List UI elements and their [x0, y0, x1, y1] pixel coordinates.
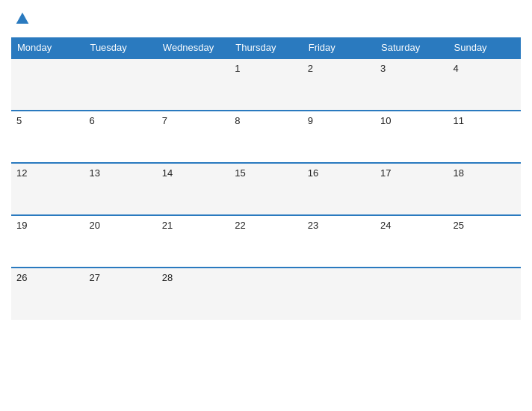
calendar-cell: 20 — [84, 215, 156, 268]
calendar-container: MondayTuesdayWednesdayThursdayFridaySatu… — [0, 0, 532, 411]
day-number: 10 — [380, 115, 391, 126]
week-row-5: 262728 — [11, 268, 521, 320]
calendar-cell: 15 — [229, 163, 302, 215]
calendar-cell: 14 — [157, 163, 229, 215]
calendar-cell: 12 — [11, 163, 84, 215]
day-number: 3 — [380, 63, 386, 74]
logo — [15, 11, 33, 26]
calendar-cell: 24 — [375, 215, 448, 268]
calendar-cell — [84, 58, 156, 111]
day-number: 13 — [89, 167, 99, 179]
calendar-cell: 16 — [303, 163, 375, 215]
calendar-cell: 7 — [157, 111, 229, 163]
weekday-header-thursday: Thursday — [229, 37, 302, 58]
day-number: 28 — [162, 272, 173, 283]
calendar-cell — [229, 268, 302, 320]
day-number: 22 — [235, 220, 245, 231]
day-number: 18 — [454, 167, 464, 179]
day-number: 6 — [89, 115, 94, 126]
calendar-cell: 18 — [448, 163, 521, 215]
calendar-cell — [448, 268, 521, 320]
day-number: 17 — [380, 167, 391, 179]
day-number: 11 — [454, 115, 464, 126]
day-number: 19 — [16, 220, 27, 231]
day-number: 23 — [308, 220, 318, 231]
weekday-header-tuesday: Tuesday — [84, 37, 156, 58]
weekday-header-wednesday: Wednesday — [157, 37, 229, 58]
calendar-cell: 10 — [375, 111, 448, 163]
weekday-header-sunday: Sunday — [448, 37, 521, 58]
week-row-2: 567891011 — [11, 111, 521, 163]
weekday-header-monday: Monday — [11, 37, 84, 58]
calendar-cell: 5 — [11, 111, 84, 163]
calendar-cell: 13 — [84, 163, 156, 215]
day-number: 21 — [162, 220, 173, 231]
calendar-cell: 9 — [303, 111, 375, 163]
day-number: 15 — [235, 167, 245, 179]
weekday-header-row: MondayTuesdayWednesdayThursdayFridaySatu… — [11, 37, 521, 58]
calendar-cell: 23 — [303, 215, 375, 268]
day-number: 7 — [162, 115, 167, 126]
day-number: 12 — [16, 167, 27, 179]
calendar-cell — [11, 58, 84, 111]
day-number: 25 — [454, 220, 464, 231]
weekday-header-friday: Friday — [303, 37, 375, 58]
calendar-cell: 8 — [229, 111, 302, 163]
calendar-cell: 21 — [157, 215, 229, 268]
day-number: 4 — [454, 63, 459, 74]
day-number: 27 — [89, 272, 99, 283]
calendar-cell: 11 — [448, 111, 521, 163]
calendar-cell: 26 — [11, 268, 84, 320]
day-number: 9 — [308, 115, 313, 126]
calendar-cell: 6 — [84, 111, 156, 163]
calendar-cell — [375, 268, 448, 320]
day-number: 20 — [89, 220, 99, 231]
header — [11, 7, 521, 30]
week-row-3: 12131415161718 — [11, 163, 521, 215]
day-number: 8 — [235, 115, 240, 126]
calendar-cell — [303, 268, 375, 320]
calendar-cell: 22 — [229, 215, 302, 268]
calendar-cell: 28 — [157, 268, 229, 320]
calendar-cell: 3 — [375, 58, 448, 111]
calendar-table: MondayTuesdayWednesdayThursdayFridaySatu… — [11, 37, 521, 320]
weekday-header-saturday: Saturday — [375, 37, 448, 58]
day-number: 26 — [16, 272, 27, 283]
day-number: 2 — [308, 63, 313, 74]
calendar-cell: 4 — [448, 58, 521, 111]
week-row-4: 19202122232425 — [11, 215, 521, 268]
calendar-cell — [157, 58, 229, 111]
day-number: 5 — [16, 115, 22, 126]
day-number: 24 — [380, 220, 391, 231]
calendar-cell: 27 — [84, 268, 156, 320]
calendar-cell: 19 — [11, 215, 84, 268]
calendar-cell: 17 — [375, 163, 448, 215]
calendar-cell: 2 — [303, 58, 375, 111]
calendar-cell: 1 — [229, 58, 302, 111]
calendar-cell: 25 — [448, 215, 521, 268]
day-number: 1 — [235, 63, 240, 74]
day-number: 16 — [308, 167, 318, 179]
week-row-1: 1234 — [11, 58, 521, 111]
logo-icon — [15, 11, 30, 26]
day-number: 14 — [162, 167, 173, 179]
svg-marker-0 — [16, 13, 29, 24]
